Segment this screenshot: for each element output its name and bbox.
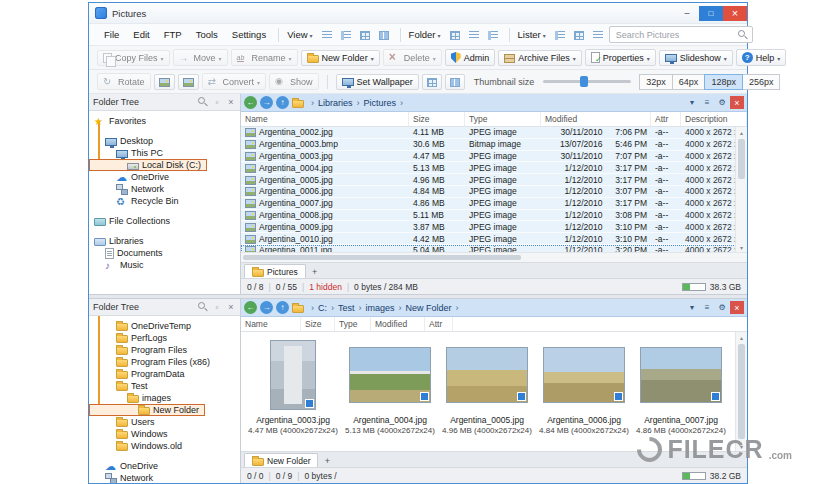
action-button[interactable]: Archive Files xyxy=(498,50,582,66)
menu-item[interactable]: Edit xyxy=(126,29,156,40)
tab-new-folder[interactable]: New Folder xyxy=(244,453,318,467)
view-mode-button[interactable] xyxy=(337,27,355,43)
folder-view-button[interactable] xyxy=(484,27,502,43)
thumbnail-size-slider[interactable] xyxy=(543,80,631,83)
tree-item[interactable]: Windows.old xyxy=(89,440,188,452)
file-row[interactable]: Argentina_0006.jpg 4.84 MB JPEG image 1/… xyxy=(241,186,736,198)
find-icon[interactable] xyxy=(198,97,208,107)
menu-item[interactable]: FTP xyxy=(157,29,189,40)
search-input[interactable] xyxy=(614,29,735,41)
action-button[interactable]: Help xyxy=(736,49,787,66)
file-row[interactable]: Argentina_0008.jpg 5.11 MB JPEG image 1/… xyxy=(241,210,736,222)
close-pane-button[interactable] xyxy=(730,96,744,109)
gear-icon[interactable] xyxy=(715,96,729,109)
action-button[interactable]: Admin xyxy=(445,49,496,66)
column-header[interactable]: Type xyxy=(335,317,371,331)
column-header[interactable]: Modified xyxy=(541,112,651,126)
minimize-button[interactable] xyxy=(675,6,699,21)
pane-menu-button[interactable] xyxy=(700,96,714,109)
view-mode-button[interactable] xyxy=(318,27,336,43)
tree-item[interactable]: OneDrive xyxy=(89,460,164,472)
dock-icon[interactable] xyxy=(212,302,222,312)
column-header[interactable]: Size xyxy=(301,317,335,331)
tree-item[interactable]: New Folder xyxy=(89,404,205,416)
rotate-button[interactable]: Rotate xyxy=(97,73,151,90)
column-header[interactable]: Attr xyxy=(651,112,681,126)
tree-item[interactable]: Recycle Bin xyxy=(89,195,185,207)
show-button[interactable]: Show xyxy=(269,73,319,90)
action-button[interactable]: Copy Files xyxy=(97,50,170,66)
column-header[interactable]: Attr xyxy=(425,317,453,331)
close-pane-button[interactable] xyxy=(730,301,744,314)
forward-button[interactable] xyxy=(260,96,273,109)
scroll-down-icon[interactable] xyxy=(736,242,747,252)
thumbnail-size-button[interactable]: 128px xyxy=(704,74,743,90)
tree-item[interactable]: This PC xyxy=(89,147,169,159)
scroll-up-icon[interactable] xyxy=(736,127,747,137)
thumbnail-item[interactable]: Argentina_0004.jpg 5.13 MB (4000x2672x24… xyxy=(346,338,434,435)
breadcrumb-item[interactable]: Libraries xyxy=(307,98,353,108)
breadcrumb-item[interactable]: Test xyxy=(327,303,355,313)
new-tab-button[interactable]: + xyxy=(308,265,322,278)
thumbnail-item[interactable]: Argentina_0005.jpg 4.96 MB (4000x2672x24… xyxy=(443,338,531,435)
file-row[interactable]: Argentina_0002.jpg 4.11 MB JPEG image 30… xyxy=(241,127,736,139)
convert-button[interactable]: Convert xyxy=(202,73,267,90)
pane-dropdown-button[interactable] xyxy=(685,301,699,314)
tree-item[interactable]: Test xyxy=(89,380,154,392)
lister-view-button[interactable] xyxy=(589,27,607,43)
search-box[interactable] xyxy=(609,26,753,43)
file-row[interactable]: Argentina_0011.jpg 5.04 MB JPEG image 1/… xyxy=(241,245,736,252)
scroll-up-icon[interactable] xyxy=(736,332,747,342)
pane-menu-button[interactable] xyxy=(700,301,714,314)
file-row[interactable]: Argentina_0007.jpg 4.86 MB JPEG image 1/… xyxy=(241,198,736,210)
breadcrumb-item[interactable]: C: xyxy=(307,303,327,313)
scrollbar-thumb[interactable] xyxy=(738,139,745,179)
scrollbar-thumb[interactable] xyxy=(738,344,745,439)
action-button[interactable]: Slideshow xyxy=(659,50,733,66)
image-tool-button[interactable] xyxy=(178,74,199,90)
scrollbar-thumb[interactable] xyxy=(243,255,521,260)
file-row[interactable]: Argentina_0009.jpg 3.87 MB JPEG image 1/… xyxy=(241,221,736,233)
folder-dropdown[interactable]: Folder xyxy=(406,29,444,40)
back-button[interactable] xyxy=(244,96,257,109)
tree-item[interactable]: Network xyxy=(89,472,159,483)
tree-item[interactable]: File Collections xyxy=(89,215,176,227)
tree-item[interactable]: OneDrive xyxy=(89,171,175,183)
up-button[interactable] xyxy=(276,96,289,109)
forward-button[interactable] xyxy=(260,301,273,314)
file-row[interactable]: Argentina_0005.jpg 4.96 MB JPEG image 1/… xyxy=(241,174,736,186)
lister-view-button[interactable] xyxy=(570,27,588,43)
folder-view-button[interactable] xyxy=(446,27,464,43)
thumbnail-size-button[interactable]: 32px xyxy=(639,74,673,90)
slider-thumb[interactable] xyxy=(580,76,588,87)
column-header[interactable]: Type xyxy=(465,112,541,126)
tree-item[interactable]: Documents xyxy=(89,247,169,259)
tree-item[interactable]: Libraries xyxy=(89,235,150,247)
image-tool-button[interactable] xyxy=(154,74,175,90)
pane-dropdown-button[interactable] xyxy=(685,96,699,109)
dock-icon[interactable] xyxy=(212,97,222,107)
action-button[interactable]: Move xyxy=(173,49,228,66)
action-button[interactable]: Properties xyxy=(585,49,656,66)
set-wallpaper-button[interactable]: Set Wallpaper xyxy=(336,74,419,90)
file-row[interactable]: Argentina_0010.jpg 4.42 MB JPEG image 1/… xyxy=(241,233,736,245)
vertical-scrollbar[interactable] xyxy=(735,127,747,252)
menu-item[interactable]: Tools xyxy=(189,29,225,40)
column-header[interactable]: Modified xyxy=(371,317,425,331)
file-row[interactable]: Argentina_0003.jpg 4.47 MB JPEG image 30… xyxy=(241,151,736,163)
thumbnail-item[interactable]: Argentina_0003.jpg 4.47 MB (4000x2672x24… xyxy=(249,338,337,435)
thumbnail-size-button[interactable]: 64px xyxy=(672,74,706,90)
thumbnail-item[interactable]: Argentina_0006.jpg 4.84 MB (4000x2672x24… xyxy=(540,338,628,435)
tree-item[interactable]: images xyxy=(89,392,177,404)
view-mode-button[interactable] xyxy=(375,27,393,43)
tree-item[interactable]: Favorites xyxy=(89,115,152,127)
file-row[interactable]: Argentina_0003.bmp 30.6 MB Bitmap image … xyxy=(241,139,736,151)
horizontal-scrollbar[interactable] xyxy=(241,252,747,262)
column-header[interactable]: Name xyxy=(241,112,409,126)
breadcrumb-item[interactable]: Pictures xyxy=(353,98,397,108)
action-button[interactable]: Delete xyxy=(383,49,442,66)
view-dropdown[interactable]: View xyxy=(284,29,315,40)
breadcrumb-item[interactable]: New Folder xyxy=(395,303,452,313)
action-button[interactable]: Rename xyxy=(231,49,298,66)
tree-item[interactable]: Program Files xyxy=(89,344,193,356)
